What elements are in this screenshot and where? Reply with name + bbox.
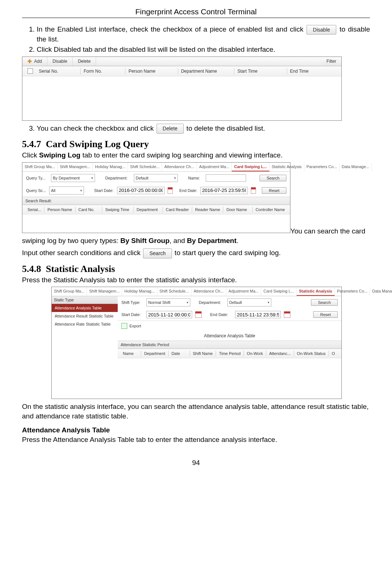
label: Department: [105, 176, 131, 180]
column-header: Person Name [125, 68, 178, 75]
tab[interactable]: Parameters Co... [304, 163, 340, 171]
calendar-icon[interactable] [195, 311, 202, 318]
end-date-input[interactable] [235, 311, 281, 318]
tab[interactable]: Data Manage... [370, 287, 392, 296]
column-header: Attendanc... [266, 351, 294, 356]
reset-button[interactable]: Reset [262, 187, 286, 194]
checkbox[interactable] [28, 68, 33, 74]
text: You can check the checkbox and click [37, 124, 156, 132]
tab-active[interactable]: Card Swiping L... [232, 163, 269, 171]
tab-bar: Shift Group Ma... Shift Managem... Holid… [22, 163, 290, 172]
search-button[interactable]: Search [143, 248, 172, 258]
name-input[interactable] [206, 174, 246, 182]
text: to start query the card swiping log. [175, 249, 281, 257]
start-date-input[interactable] [117, 187, 165, 194]
column-header: Date [169, 351, 190, 356]
column-header: Form No. [81, 68, 125, 75]
export-button[interactable]: Export [129, 324, 141, 328]
section-title: Card Swiping Log Query [46, 139, 149, 149]
sidebar-item-result-statistic[interactable]: Attendance Result Statistic Table [52, 312, 118, 320]
label: End Date: [210, 312, 232, 317]
delete-button[interactable]: Delete [73, 57, 96, 66]
start-date-input[interactable] [146, 311, 192, 318]
toolbar: ✚ Add Disable Delete Filter [22, 57, 341, 66]
chevron-down-icon: ▾ [80, 189, 82, 192]
search-button[interactable]: Search [260, 175, 286, 181]
tab[interactable]: Data Manage... [340, 163, 372, 171]
column-header: Serial No. [36, 68, 81, 75]
filter-button[interactable]: Filter [321, 57, 341, 66]
paragraph: By Shift Group, and By Department. [120, 237, 238, 244]
main-panel: Shift Type: Normal Shift▾ Department: De… [118, 296, 341, 399]
column-header: On-Work [244, 351, 266, 356]
form-row: Start Date: End Date: Reset [118, 309, 341, 320]
search-button[interactable]: Search [311, 299, 338, 306]
search-result-bar: Search Result: [22, 197, 290, 205]
calendar-icon[interactable] [168, 187, 173, 194]
select-value: Default [229, 300, 242, 305]
add-button[interactable]: ✚ Add [22, 57, 47, 66]
text: to delete the disabled list. [186, 124, 265, 132]
column-header: Department [134, 207, 163, 213]
column-header: Person Name [44, 207, 75, 213]
disable-button[interactable]: Disable [307, 25, 336, 35]
period-bar: Attendance Statistic Period [118, 341, 341, 349]
column-header: Card No. [76, 207, 102, 213]
tab[interactable]: Holiday Manag... [122, 287, 157, 296]
form-row: Shift Type: Normal Shift▾ Department: De… [118, 296, 341, 309]
paragraph: Input other search conditions and click … [22, 248, 370, 258]
text: Click [22, 151, 39, 159]
query-scope-select[interactable]: All▾ [49, 186, 84, 195]
department-select[interactable]: Default▾ [134, 174, 178, 182]
column-header: Shift Name [190, 351, 216, 356]
department-select[interactable]: Default▾ [227, 298, 271, 306]
form-row: Query Sc... All▾ Start Date: End Date: R… [22, 184, 290, 197]
delete-button[interactable]: Delete [157, 124, 184, 134]
list-item: You can check the checkbox and click Del… [37, 124, 370, 134]
form-row: Query Ty... By Department▾ Department: D… [22, 172, 290, 184]
tab[interactable]: Parameters Co... [335, 287, 370, 296]
column-header: Department [141, 351, 168, 356]
text: . [237, 237, 238, 244]
table-body [22, 214, 290, 233]
calendar-icon[interactable] [251, 187, 256, 194]
tab[interactable]: Card Swiping L... [261, 287, 297, 296]
tab[interactable]: Adjustment Ma... [226, 287, 261, 296]
tab[interactable]: Shift Group Ma... [52, 287, 87, 296]
paragraph: On the statistic analysis interface, you… [22, 402, 370, 421]
chevron-down-icon: ▾ [91, 176, 93, 180]
column-header: Time Period [216, 351, 244, 356]
tab[interactable]: Statistic Analysis [270, 163, 304, 171]
calendar-icon[interactable] [284, 311, 290, 318]
label: Name: [188, 176, 203, 180]
tab[interactable]: Shift Managem... [58, 163, 93, 171]
label: Add [34, 59, 42, 64]
section-heading: 5.4.8 Statistic Analysis [22, 264, 370, 275]
sidebar-item-rate-statistic[interactable]: Attendance Rate Statistic Table [52, 320, 118, 328]
disable-button[interactable]: Disable [47, 57, 73, 66]
tab[interactable]: Shift Schedule... [128, 163, 162, 171]
select-value: By Department [53, 176, 80, 180]
label: Department: [199, 300, 224, 305]
select-value: Normal Shift [148, 300, 171, 305]
shift-type-select[interactable]: Normal Shift▾ [146, 298, 190, 306]
paragraph: Press the Statistic Analysis tab to ente… [22, 275, 370, 285]
query-type-select[interactable]: By Department▾ [51, 174, 95, 182]
tab[interactable]: Shift Group Ma... [22, 163, 58, 171]
sidebar-item-attendance-analysis[interactable]: Attendance Analysis Table [52, 304, 118, 312]
chevron-down-icon: ▾ [174, 176, 176, 180]
tab[interactable]: Holiday Manag... [93, 163, 128, 171]
tab-active[interactable]: Statistic Analysis [297, 287, 335, 296]
tab[interactable]: Shift Schedule... [157, 287, 191, 296]
text: tab to enter the card swiping log search… [80, 151, 282, 159]
tab[interactable]: Shift Managem... [87, 287, 122, 296]
tab[interactable]: Adjustment Ma... [197, 163, 232, 171]
section-heading: 5.4.7 Card Swiping Log Query [22, 139, 370, 150]
export-icon [121, 323, 127, 329]
end-date-input[interactable] [200, 187, 248, 194]
label: Query Sc... [26, 188, 46, 193]
reset-button[interactable]: Reset [313, 311, 338, 318]
tab[interactable]: Attendance Ch... [162, 163, 197, 171]
tab[interactable]: Attendance Ch... [191, 287, 226, 296]
label: Start Date: [121, 312, 143, 317]
